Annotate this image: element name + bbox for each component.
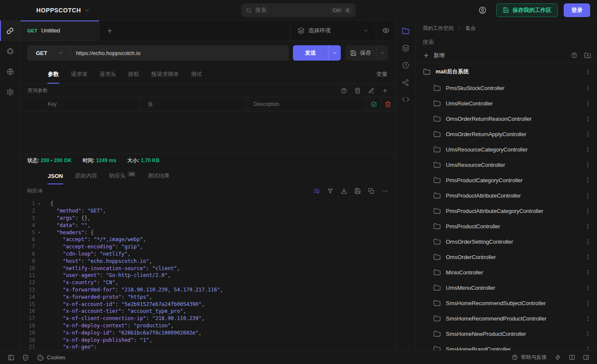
more-actions-button[interactable] xyxy=(382,188,388,194)
filter-response-button[interactable] xyxy=(327,188,334,194)
response-body-editor[interactable]: 1▾{2 "method": "GET",3 "args": {},4 "dat… xyxy=(20,198,395,351)
more-options-icon[interactable] xyxy=(585,69,591,75)
environment-quick-peek-button[interactable] xyxy=(376,20,395,41)
shortcuts-button[interactable] xyxy=(551,351,565,364)
breadcrumb-collections[interactable]: 集合 xyxy=(465,25,476,32)
fold-toggle-icon[interactable]: ▾ xyxy=(35,230,44,234)
response-tab[interactable]: 测试结果 xyxy=(142,167,175,184)
more-options-icon[interactable] xyxy=(585,162,591,168)
account-button[interactable] xyxy=(475,6,490,15)
nav-history[interactable] xyxy=(395,57,416,74)
save-options-button[interactable] xyxy=(376,45,388,61)
collection-folder-item[interactable]: OmsOrderController xyxy=(416,249,597,265)
collection-folder-item[interactable]: PmsSkuStockController xyxy=(416,80,597,96)
cookies-button[interactable]: Cookies xyxy=(33,351,69,364)
collection-folder-item[interactable]: UmsResourceController xyxy=(416,157,597,172)
wrap-lines-button[interactable] xyxy=(313,188,320,194)
more-options-icon[interactable] xyxy=(585,239,591,245)
more-options-icon[interactable] xyxy=(585,146,591,153)
request-tab[interactable]: 测试 xyxy=(186,65,207,84)
more-options-icon[interactable] xyxy=(585,331,591,337)
request-tab[interactable]: 预请求脚本 xyxy=(146,65,184,84)
more-options-icon[interactable] xyxy=(585,85,591,91)
url-input[interactable] xyxy=(70,45,289,61)
more-options-icon[interactable] xyxy=(585,254,591,260)
save-workspace-button[interactable]: 保存我的工作区 xyxy=(496,3,558,17)
collections-search-input[interactable] xyxy=(423,39,590,45)
more-options-icon[interactable] xyxy=(585,269,591,276)
nav-graphql[interactable] xyxy=(0,41,20,61)
copy-response-button[interactable] xyxy=(368,188,375,194)
more-options-icon[interactable] xyxy=(585,116,591,122)
collection-root-folder[interactable]: mall后台系统 xyxy=(416,63,597,80)
collection-folder-item[interactable]: PmsProductAttributeController xyxy=(416,188,597,203)
nav-settings[interactable] xyxy=(0,82,20,102)
open-request-tab[interactable]: GET Untitled xyxy=(20,20,100,41)
more-options-icon[interactable] xyxy=(585,285,591,291)
more-options-icon[interactable] xyxy=(585,100,591,107)
more-options-icon[interactable] xyxy=(585,223,591,230)
collection-folder-item[interactable]: MinioController xyxy=(416,265,597,280)
nav-share[interactable] xyxy=(395,74,416,91)
collection-folder-item[interactable]: SmsHomeRecommendSubjectController xyxy=(416,295,597,311)
save-response-button[interactable] xyxy=(354,188,361,194)
collection-folder-item[interactable]: SmsHomeBrandController xyxy=(416,341,597,351)
horizontal-layout-button[interactable] xyxy=(565,351,579,364)
login-button[interactable]: 登录 xyxy=(564,3,590,17)
collection-folder-item[interactable]: SmsHomeNewProductController xyxy=(416,326,597,341)
send-button[interactable]: 发送 xyxy=(293,45,328,61)
collections-help-button[interactable] xyxy=(571,52,577,58)
collection-folder-item[interactable]: SmsHomeRecommendProductController xyxy=(416,311,597,326)
new-collection-button[interactable]: 新增 xyxy=(423,52,445,59)
collection-folder-item[interactable]: UmsMenuController xyxy=(416,280,597,295)
variables-button[interactable]: 变量 xyxy=(371,65,392,84)
more-options-icon[interactable] xyxy=(585,131,591,137)
nav-generate-code[interactable] xyxy=(395,91,416,108)
toggle-param-button[interactable] xyxy=(367,97,381,111)
help-feedback-button[interactable]: 帮助与反馈 xyxy=(508,351,550,364)
more-options-icon[interactable] xyxy=(585,208,591,214)
new-tab-button[interactable] xyxy=(100,20,120,41)
method-selector[interactable]: GET xyxy=(27,45,70,61)
nav-collections[interactable] xyxy=(395,23,416,40)
collection-folder-item[interactable]: UmsResourceCategoryController xyxy=(416,142,597,157)
interceptor-button[interactable] xyxy=(19,351,32,364)
collection-folder-item[interactable]: UmsRoleController xyxy=(416,96,597,111)
download-response-button[interactable] xyxy=(341,188,347,194)
column-description[interactable]: Description xyxy=(247,97,367,111)
response-tab[interactable]: 响应头16 xyxy=(104,167,140,184)
help-button[interactable] xyxy=(341,87,347,94)
nav-rest[interactable] xyxy=(0,20,20,41)
collection-folder-item[interactable]: PmsProductAttributeCategoryController xyxy=(416,203,597,218)
send-options-button[interactable] xyxy=(328,45,341,61)
column-value[interactable]: 值 xyxy=(141,97,247,111)
response-tab[interactable]: JSON xyxy=(43,167,68,184)
collection-folder-item[interactable]: PmsProductCategoryController xyxy=(416,172,597,188)
breadcrumb-workspace[interactable]: 我的工作空间 xyxy=(423,25,454,32)
collection-folder-item[interactable]: OmsOrderReturnReasonController xyxy=(416,111,597,126)
more-options-icon[interactable] xyxy=(585,315,591,322)
clear-all-params-button[interactable] xyxy=(354,87,361,94)
more-options-icon[interactable] xyxy=(585,300,591,306)
sidebar-toggle-button[interactable] xyxy=(4,351,18,364)
more-options-icon[interactable] xyxy=(585,177,591,183)
import-export-button[interactable] xyxy=(584,52,591,59)
global-search-button[interactable]: 搜索 Ctrl K xyxy=(241,3,356,17)
request-tab[interactable]: 授权 xyxy=(123,65,144,84)
column-key[interactable]: Key xyxy=(41,97,141,111)
fold-toggle-icon[interactable]: ▾ xyxy=(35,202,44,206)
collection-folder-item[interactable]: OmsOrderReturnApplyController xyxy=(416,126,597,142)
request-tab[interactable]: 请求体 xyxy=(66,65,93,84)
workspace-switcher[interactable]: HOPPSCOTCH xyxy=(36,7,90,14)
right-panel-toggle-button[interactable] xyxy=(579,351,593,364)
add-param-button[interactable] xyxy=(382,87,388,94)
environment-selector[interactable]: 选择环境 xyxy=(290,20,376,41)
delete-param-button[interactable] xyxy=(381,97,395,111)
request-tab[interactable]: 参数 xyxy=(43,65,64,84)
nav-environments[interactable] xyxy=(395,40,416,57)
response-tab[interactable]: 原始内容 xyxy=(70,167,102,184)
collection-folder-item[interactable]: OmsOrderSettingController xyxy=(416,234,597,249)
more-options-icon[interactable] xyxy=(585,192,591,199)
nav-realtime[interactable] xyxy=(0,61,20,82)
request-tab[interactable]: 请求头 xyxy=(94,65,121,84)
